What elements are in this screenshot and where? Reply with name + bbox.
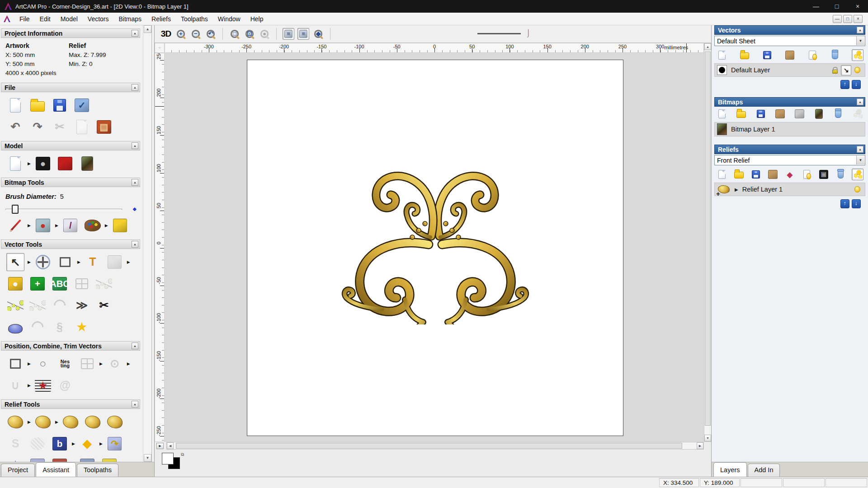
emboss-from-bitmap-icon[interactable]: b xyxy=(51,435,69,453)
greyscale-from-model-icon[interactable]: ● xyxy=(34,155,52,173)
chevron-down-icon[interactable]: ▼ xyxy=(856,156,864,164)
flyout-arrow-icon[interactable]: ▶ xyxy=(127,361,130,366)
line-end-style[interactable]: ⌡ xyxy=(526,29,531,37)
save-vector-layer-icon[interactable] xyxy=(761,49,773,61)
zero-relief-plane-icon[interactable] xyxy=(34,413,52,431)
measure-tool-icon[interactable]: ● xyxy=(6,275,24,293)
move-relief-layer-up-icon[interactable]: ↑ xyxy=(840,199,849,208)
horizontal-scrollbar[interactable]: ◀ ▶ xyxy=(166,442,704,450)
delete-relief-layer-icon[interactable] xyxy=(835,169,847,180)
paste-relief-sheet-icon[interactable] xyxy=(100,456,118,462)
scroll-up-button[interactable]: ▲ xyxy=(144,25,151,33)
texture-wizard-icon[interactable] xyxy=(78,456,96,462)
save-relief-layer-icon[interactable] xyxy=(750,169,762,180)
select-vectors-icon[interactable]: ↖ xyxy=(6,253,24,271)
undo-icon[interactable]: ↶ xyxy=(6,118,24,136)
layer-colour-swatch[interactable] xyxy=(717,65,727,75)
zoom-in-icon[interactable]: + xyxy=(175,28,187,40)
delete-vector-layer-icon[interactable] xyxy=(829,49,841,61)
collapse-section-button[interactable]: ▲ xyxy=(132,401,138,408)
scroll-up-button[interactable]: ▲ xyxy=(704,43,711,50)
flyout-arrow-icon[interactable]: ▶ xyxy=(28,361,31,366)
minimize-button[interactable]: — xyxy=(806,0,826,13)
relief-layer-visible-icon[interactable] xyxy=(852,184,863,195)
offset-relief-icon[interactable]: ◆ xyxy=(78,435,96,453)
sheet-combobox[interactable]: Default Sheet ▼ xyxy=(714,36,865,46)
flyout-arrow-icon[interactable]: ▶ xyxy=(28,420,31,424)
delete-bitmap-layer-icon[interactable] xyxy=(832,108,844,120)
collapse-section-button[interactable]: ▲ xyxy=(132,241,138,248)
redo-icon[interactable]: ↷ xyxy=(28,118,47,136)
swap-colours-icon[interactable]: ⧉ xyxy=(181,452,184,457)
flyout-arrow-icon[interactable]: ▶ xyxy=(99,441,103,446)
all-vector-layers-visible-icon[interactable] xyxy=(852,49,863,61)
collapse-vectors-button[interactable]: ▲ xyxy=(857,27,863,33)
flyout-arrow-icon[interactable]: ▶ xyxy=(72,441,75,446)
corner-design-ornament[interactable] xyxy=(338,169,533,324)
bitmap-layer-row[interactable]: Bitmap Layer 1 xyxy=(714,122,865,136)
save-bitmap-layer-icon[interactable] xyxy=(755,108,767,120)
flyout-arrow-icon[interactable]: ▶ xyxy=(77,260,80,264)
collapse-section-button[interactable]: ▲ xyxy=(132,179,138,186)
paste-special-icon[interactable]: ▤ xyxy=(95,118,113,136)
preview-relief-icon[interactable]: ◆ xyxy=(312,28,324,40)
menu-file[interactable]: File xyxy=(15,14,34,24)
primary-colour-swatch[interactable] xyxy=(162,453,174,465)
flyout-arrow-icon[interactable]: ▶ xyxy=(105,223,108,228)
flyout-arrow-icon[interactable]: ▶ xyxy=(127,260,130,264)
panel-splitter-button[interactable]: ▶ xyxy=(156,443,164,449)
open-model-icon[interactable] xyxy=(28,96,47,114)
flyout-arrow-icon[interactable]: ▶ xyxy=(99,361,103,366)
set-model-size-icon[interactable] xyxy=(6,155,24,173)
merge-vector-layers-icon[interactable] xyxy=(784,49,796,61)
save-model-icon[interactable] xyxy=(51,96,69,114)
brush-diameter-slider[interactable]: ◆ xyxy=(5,205,137,214)
collapse-section-button[interactable]: ▲ xyxy=(132,84,138,91)
relief-layers-visible-icon[interactable] xyxy=(852,169,863,180)
chevron-down-icon[interactable]: ▼ xyxy=(856,37,864,45)
bitmap-to-layer-icon[interactable] xyxy=(813,108,825,120)
mdi-minimize-button[interactable]: — xyxy=(833,15,842,23)
options-icon[interactable]: ✓ xyxy=(73,96,91,114)
new-bitmap-layer-icon[interactable] xyxy=(716,108,728,120)
flip-relief-icon[interactable]: ↷ xyxy=(106,435,124,453)
tab-assistant[interactable]: Assistant xyxy=(36,462,76,477)
collapse-section-button[interactable]: ▲ xyxy=(132,30,138,37)
drawing-viewport[interactable] xyxy=(165,53,704,442)
expand-layer-icon[interactable]: ▶ xyxy=(735,187,738,192)
menu-reliefs[interactable]: Reliefs xyxy=(147,14,175,24)
menu-vectors[interactable]: Vectors xyxy=(83,14,113,24)
scroll-left-button[interactable]: ◀ xyxy=(167,442,174,449)
transfer-relief-layer-icon[interactable]: ◆ xyxy=(784,169,796,180)
lighting-material-icon[interactable] xyxy=(56,155,74,173)
mdi-close-button[interactable]: × xyxy=(854,15,863,23)
open-bitmap-layer-icon[interactable] xyxy=(736,108,747,120)
star-wizard-icon[interactable]: ★ xyxy=(6,456,24,462)
merge-relief-layers-icon[interactable] xyxy=(767,169,779,180)
transform-vectors-icon[interactable] xyxy=(34,253,52,271)
tab-toolpaths[interactable]: Toolpaths xyxy=(77,464,118,477)
collapse-section-button[interactable]: ▲ xyxy=(132,142,138,149)
create-polyline-icon[interactable] xyxy=(6,296,24,314)
collapse-section-button[interactable]: ▲ xyxy=(132,343,138,349)
flyout-arrow-icon[interactable]: ▶ xyxy=(28,223,31,228)
vertical-scroll-thumb[interactable] xyxy=(705,52,711,426)
flood-fill-icon[interactable] xyxy=(111,216,129,235)
smooth-relief-icon[interactable] xyxy=(61,413,80,431)
menu-edit[interactable]: Edit xyxy=(35,14,55,24)
colour-picker-icon[interactable]: / xyxy=(61,216,80,235)
text-on-curve-icon[interactable]: ○ xyxy=(34,355,52,373)
scroll-right-button[interactable]: ▶ xyxy=(697,442,703,449)
move-vector-layer-up-icon[interactable]: ↑ xyxy=(840,80,849,89)
move-vector-layer-down-icon[interactable]: ↓ xyxy=(852,80,861,89)
menu-bitmaps[interactable]: Bitmaps xyxy=(114,14,146,24)
vertical-scrollbar[interactable]: ▲ ▼ xyxy=(704,43,712,442)
align-vectors-icon[interactable] xyxy=(6,355,24,373)
menu-model[interactable]: Model xyxy=(56,14,82,24)
create-rectangle-icon[interactable] xyxy=(56,253,74,271)
zoom-out-icon[interactable]: − xyxy=(190,28,202,40)
colour-palette-icon[interactable] xyxy=(84,216,102,235)
zoom-box-icon[interactable]: □ xyxy=(229,28,241,40)
close-button[interactable]: × xyxy=(847,0,868,13)
open-relief-layer-icon[interactable] xyxy=(733,169,745,180)
